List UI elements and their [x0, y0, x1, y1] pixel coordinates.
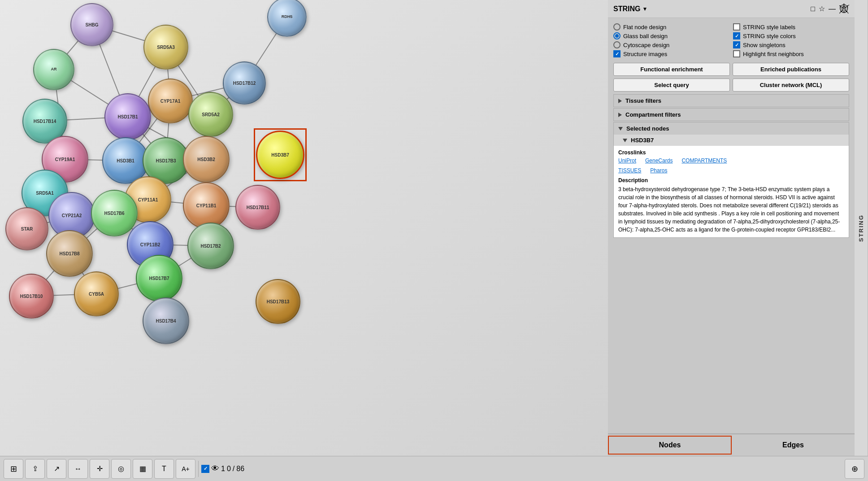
- node-hsd17b10[interactable]: HSD17B10: [9, 274, 54, 319]
- node-shbg[interactable]: SHBG: [70, 3, 113, 46]
- node-hsd17b4[interactable]: HSD17B4: [143, 297, 189, 344]
- pin-icon[interactable]: ☆: [819, 4, 825, 13]
- glass-ball-label: Glass ball design: [623, 33, 668, 39]
- node-item-triangle: [623, 139, 627, 142]
- node-hsd17b11[interactable]: HSD17B11: [235, 185, 280, 230]
- flat-node-design-option[interactable]: Flat node design: [613, 22, 729, 31]
- node-star[interactable]: STAR: [5, 207, 48, 250]
- tissue-filters-triangle: [618, 99, 622, 103]
- flat-node-radio[interactable]: [613, 23, 621, 31]
- node-hsd17b6[interactable]: HSD17B6: [91, 190, 138, 236]
- eye-icon: 👁: [211, 464, 219, 473]
- node-cyb5a[interactable]: CYB5A: [74, 271, 119, 316]
- highlight-first-neighbors-option[interactable]: Highlight first neighbors: [733, 49, 849, 58]
- string-side-tab[interactable]: STRING: [855, 0, 868, 456]
- show-singletons-label: Show singletons: [743, 42, 786, 48]
- select-rect-button[interactable]: ▦: [133, 459, 152, 479]
- structure-images-option[interactable]: Structure images: [613, 49, 729, 58]
- node-name-label: HSD3B7: [631, 137, 654, 144]
- description-label: Description: [618, 177, 844, 184]
- crosslinks-row2: TISSUES Pharos: [618, 167, 844, 174]
- string-style-labels-label: STRING style labels: [743, 24, 795, 31]
- node-hsd17b2[interactable]: HSD17B2: [187, 223, 234, 269]
- node-hsd17b12[interactable]: HSD17B12: [223, 61, 266, 105]
- cytoscape-design-option[interactable]: Cytoscape design: [613, 40, 729, 49]
- node-srd5a2[interactable]: SRD5A2: [188, 92, 233, 137]
- panel-title-text: STRING: [613, 5, 640, 13]
- selected-nodes-header[interactable]: Selected nodes: [614, 122, 849, 135]
- node-cyp11b1[interactable]: CYP11B1: [183, 182, 230, 229]
- action-buttons-row2: Select query Cluster network (MCL): [613, 79, 849, 92]
- panel-header-icons: □ ☆ — 🕸: [811, 3, 849, 15]
- select-query-button[interactable]: Select query: [613, 79, 730, 92]
- structure-images-label: Structure images: [623, 51, 667, 57]
- total-count: 86: [236, 465, 244, 473]
- node-hsd3b2[interactable]: HSD3B2: [183, 136, 230, 183]
- controls-right-col: STRING style labels STRING style colors …: [733, 22, 849, 58]
- node-ar[interactable]: AR: [33, 49, 74, 90]
- right-panel: STRING ▼ □ ☆ — 🕸 F: [608, 0, 868, 456]
- node-item-header[interactable]: HSD3B7: [614, 135, 849, 146]
- enriched-publications-button[interactable]: Enriched publications: [733, 63, 849, 76]
- compartment-filters-label: Compartment filters: [625, 111, 681, 118]
- network-canvas[interactable]: SHBGRDH5SRD5A3ARHSD17B12CYP17A1HSD17B1SR…: [0, 0, 608, 456]
- navigate-button[interactable]: ⊕: [845, 459, 864, 479]
- minimize-icon[interactable]: □: [811, 5, 815, 13]
- controls-grid: Flat node design Glass ball design Cytos…: [613, 22, 849, 58]
- cytoscape-radio[interactable]: [613, 41, 621, 48]
- compartments-link[interactable]: COMPARTMENTS: [681, 157, 727, 164]
- export-button[interactable]: ↗: [47, 459, 66, 479]
- node-rdh5[interactable]: RDH5: [267, 0, 307, 37]
- node-hsd3b7[interactable]: HSD3B7: [256, 131, 304, 179]
- show-singletons-option[interactable]: Show singletons: [733, 40, 849, 49]
- string-style-colors-option[interactable]: STRING style colors: [733, 31, 849, 40]
- tissues-link[interactable]: TISSUES: [618, 167, 641, 174]
- action-buttons-row1: Functional enrichment Enriched publicati…: [613, 63, 849, 76]
- cluster-network-button[interactable]: Cluster network (MCL): [733, 79, 849, 92]
- string-style-labels-option[interactable]: STRING style labels: [733, 22, 849, 31]
- glass-ball-design-option[interactable]: Glass ball design: [613, 31, 729, 40]
- node-cyp17a1[interactable]: CYP17A1: [148, 79, 193, 123]
- panel-dropdown-arrow[interactable]: ▼: [642, 6, 647, 12]
- string-style-colors-checkbox[interactable]: [733, 32, 740, 39]
- tab-edges[interactable]: Edges: [732, 436, 855, 454]
- string-logo-icon: 🕸: [839, 3, 849, 15]
- pharos-link[interactable]: Pharos: [650, 167, 667, 174]
- uniprot-link[interactable]: UniProt: [618, 157, 636, 164]
- flat-node-label: Flat node design: [623, 24, 666, 31]
- toolbar-separator: [198, 461, 199, 477]
- node-hsd17b1[interactable]: HSD17B1: [104, 93, 151, 140]
- eye-stat: 👁 1: [211, 464, 225, 473]
- glass-ball-radio[interactable]: [613, 32, 621, 39]
- compartment-filters-triangle: [618, 113, 622, 117]
- move-button[interactable]: ✛: [90, 459, 109, 479]
- import-button[interactable]: ↔: [68, 459, 88, 479]
- nodes-count: 0: [227, 465, 231, 473]
- crosslinks-label: Crosslinks: [618, 149, 844, 156]
- node-hsd17b8[interactable]: HSD17B8: [46, 230, 93, 277]
- share-button[interactable]: ⇪: [25, 459, 45, 479]
- text-tool-button[interactable]: T: [154, 459, 174, 479]
- tab-nodes[interactable]: Nodes: [608, 436, 732, 455]
- node-hsd17b13[interactable]: HSD17B13: [256, 279, 300, 324]
- highlight-first-neighbors-checkbox[interactable]: [733, 50, 740, 57]
- tissue-filters-header[interactable]: Tissue filters: [613, 94, 849, 107]
- show-singletons-checkbox[interactable]: [733, 41, 740, 48]
- main-area: SHBGRDH5SRD5A3ARHSD17B12CYP17A1HSD17B1SR…: [0, 0, 868, 456]
- close-icon[interactable]: —: [829, 5, 836, 13]
- string-style-labels-checkbox[interactable]: [733, 23, 740, 31]
- node-srd5a3[interactable]: SRD5A3: [143, 25, 188, 70]
- panel-tabs: Nodes Edges: [608, 433, 855, 456]
- genecards-link[interactable]: GeneCards: [645, 157, 673, 164]
- grid-view-button[interactable]: ⊞: [4, 459, 23, 479]
- select-circle-button[interactable]: ◎: [111, 459, 131, 479]
- node-hsd17b7[interactable]: HSD17B7: [136, 255, 182, 302]
- annotation-button[interactable]: A+: [176, 459, 195, 479]
- crosslinks-row1: UniProt GeneCards COMPARTMENTS: [618, 157, 844, 164]
- functional-enrichment-button[interactable]: Functional enrichment: [613, 63, 730, 76]
- eye-count: 1: [221, 465, 225, 473]
- structure-images-checkbox[interactable]: [613, 50, 621, 57]
- controls-left-col: Flat node design Glass ball design Cytos…: [613, 22, 729, 58]
- toolbar-checkbox[interactable]: [201, 465, 209, 473]
- compartment-filters-header[interactable]: Compartment filters: [613, 108, 849, 121]
